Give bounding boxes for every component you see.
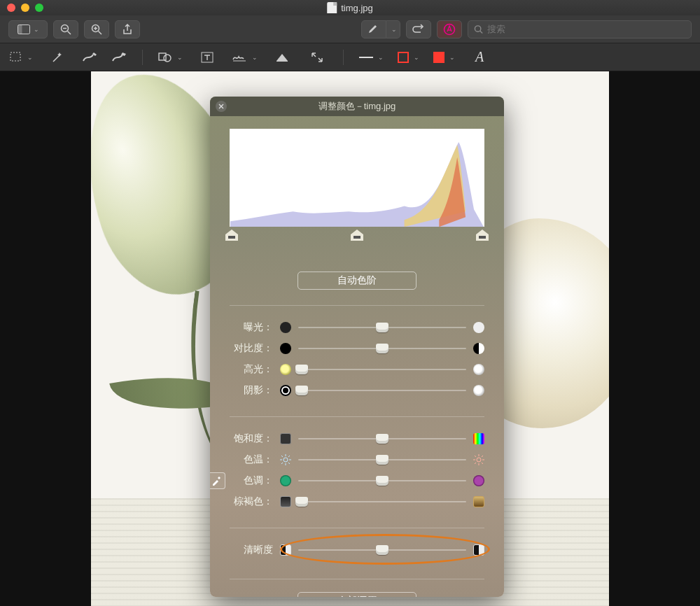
- zoom-window-button[interactable]: [35, 3, 43, 12]
- selection-icon: [10, 52, 22, 63]
- resize-icon: [311, 52, 323, 63]
- exposure-row: 曝光：: [230, 317, 484, 338]
- divider: [230, 528, 484, 528]
- highlights-max-icon: [473, 364, 484, 375]
- close-icon: [218, 104, 224, 109]
- stroke-color-picker[interactable]: ⌄: [398, 52, 419, 63]
- exposure-label: 曝光：: [230, 321, 273, 334]
- shadows-slider[interactable]: [298, 390, 466, 391]
- svg-line-26: [281, 456, 283, 457]
- search-icon: [474, 24, 483, 34]
- shapes-tool[interactable]: ⌄: [158, 52, 183, 63]
- svg-rect-20: [479, 236, 486, 239]
- histogram: [230, 129, 484, 227]
- svg-point-21: [284, 458, 288, 462]
- levels-black-handle[interactable]: [225, 230, 238, 241]
- sepia-slider[interactable]: [298, 501, 466, 502]
- line-style-picker[interactable]: ⌄: [359, 54, 384, 61]
- divider: [230, 579, 484, 579]
- shadows-label: 阴影：: [230, 384, 273, 397]
- svg-line-11: [480, 31, 482, 33]
- svg-line-28: [288, 456, 290, 457]
- separator: [343, 50, 344, 65]
- shadows-max-icon: [473, 385, 484, 396]
- minimize-window-button[interactable]: [21, 3, 29, 12]
- sketch-tool[interactable]: [111, 52, 127, 63]
- markup-toolbar: ⌄ ⌄ ⌄ ⌄ ⌄ ⌄ A: [0, 43, 700, 71]
- tint-slider[interactable]: [298, 480, 466, 481]
- sign-tool[interactable]: ⌄: [232, 52, 258, 62]
- adjust-color-panel[interactable]: 调整颜色－timg.jpg 自动色阶 曝光： 对比度：: [210, 97, 504, 597]
- line-weight-icon: [359, 57, 373, 58]
- text-tool[interactable]: [197, 48, 218, 66]
- contrast-slider[interactable]: [298, 348, 466, 349]
- font-style-picker[interactable]: A: [469, 48, 490, 66]
- window-titlebar: timg.jpg: [0, 0, 700, 15]
- saturation-slider[interactable]: [298, 438, 466, 439]
- adjust-size-tool[interactable]: [307, 48, 328, 66]
- fill-color-picker[interactable]: ⌄: [433, 52, 455, 63]
- auto-levels-button[interactable]: 自动色阶: [298, 272, 416, 290]
- highlights-slider[interactable]: [298, 369, 466, 370]
- svg-line-29: [281, 463, 283, 464]
- rotate-button[interactable]: [406, 20, 431, 38]
- sharpness-slider[interactable]: [298, 549, 466, 551]
- zoom-out-button[interactable]: [53, 20, 78, 38]
- saturation-row: 饱和度：: [230, 428, 484, 449]
- sharpness-label: 清晰度: [230, 544, 273, 556]
- svg-point-14: [164, 55, 171, 62]
- fill-swatch-icon: [433, 52, 444, 63]
- svg-rect-13: [159, 53, 166, 60]
- selection-tool[interactable]: ⌄: [10, 52, 33, 63]
- svg-rect-12: [10, 52, 20, 61]
- zoom-in-button[interactable]: [84, 20, 109, 38]
- histogram-levels: [230, 230, 484, 245]
- saturation-max-icon: [473, 433, 484, 444]
- svg-rect-1: [18, 24, 22, 34]
- shapes-icon: [158, 52, 172, 63]
- panel-titlebar[interactable]: 调整颜色－timg.jpg: [210, 97, 504, 116]
- zoom-out-icon: [60, 24, 71, 35]
- levels-mid-handle[interactable]: [351, 230, 363, 241]
- adjust-color-tool[interactable]: [272, 48, 293, 66]
- exposure-min-icon: [280, 322, 291, 333]
- search-input[interactable]: [487, 24, 685, 34]
- font-icon: A: [475, 49, 484, 65]
- main-toolbar: ⌄ ⌄: [0, 15, 700, 43]
- search-field[interactable]: [468, 20, 692, 38]
- temperature-cool-icon: [280, 454, 291, 465]
- close-window-button[interactable]: [7, 3, 15, 12]
- sidebar-icon: [18, 24, 30, 34]
- markup-icon: [443, 23, 456, 36]
- shadows-row: 阴影：: [230, 380, 484, 401]
- draw-tool[interactable]: [82, 52, 97, 63]
- window-controls: [7, 3, 43, 12]
- markup-toolbar-toggle-button[interactable]: [437, 20, 462, 38]
- svg-rect-18: [228, 236, 235, 239]
- share-button[interactable]: [115, 20, 140, 38]
- markup-toggle[interactable]: ⌄: [361, 20, 400, 38]
- contrast-row: 对比度：: [230, 338, 484, 359]
- svg-point-10: [475, 25, 480, 31]
- pen-draw-icon: [111, 52, 127, 63]
- svg-point-30: [477, 458, 481, 462]
- sidebar-toggle-button[interactable]: ⌄: [8, 20, 48, 38]
- svg-line-36: [482, 463, 483, 464]
- contrast-label: 对比度：: [230, 342, 273, 355]
- svg-line-6: [99, 31, 102, 34]
- revert-all-button[interactable]: 全部还原: [298, 592, 416, 597]
- sepia-label: 棕褐色：: [230, 495, 273, 508]
- instant-alpha-tool[interactable]: [47, 48, 68, 66]
- panel-title: 调整颜色－timg.jpg: [318, 100, 396, 113]
- highlights-min-icon: [280, 364, 291, 375]
- temperature-slider[interactable]: [298, 459, 466, 460]
- temperature-row: 色温：: [230, 449, 484, 470]
- sharpness-max-icon: [473, 544, 484, 556]
- levels-white-handle[interactable]: [476, 230, 489, 241]
- share-icon: [122, 24, 132, 35]
- eyedropper-button[interactable]: [210, 472, 225, 489]
- panel-close-button[interactable]: [216, 101, 227, 112]
- window-title: timg.jpg: [341, 3, 373, 13]
- divider: [230, 416, 484, 417]
- exposure-slider[interactable]: [298, 327, 466, 328]
